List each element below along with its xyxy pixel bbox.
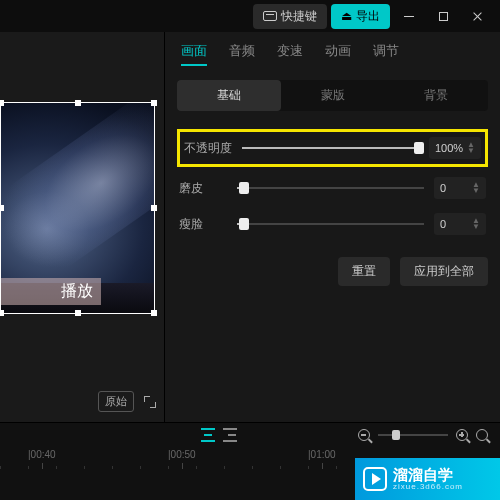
inspector-panel: 画面 音频 变速 动画 调节 基础 蒙版 背景 不透明度 100% ▲▼ 磨皮: [165, 32, 500, 422]
original-ratio-button[interactable]: 原始: [98, 391, 134, 412]
smooth-slider[interactable]: [237, 181, 424, 195]
resize-handle[interactable]: [0, 310, 4, 316]
zoom-in-icon[interactable]: [456, 429, 468, 441]
zoom-fit-icon[interactable]: [476, 429, 488, 441]
main-tabs: 画面 音频 变速 动画 调节: [177, 32, 488, 74]
sub-tabs: 基础 蒙版 背景: [177, 80, 488, 111]
export-button[interactable]: ⏏ 导出: [331, 4, 390, 29]
minimize-icon: [404, 16, 414, 17]
action-buttons: 重置 应用到全部: [177, 257, 488, 286]
tab-adjust[interactable]: 调节: [373, 42, 399, 66]
reset-button[interactable]: 重置: [338, 257, 390, 286]
preview-footer: 原始: [98, 391, 156, 412]
resize-handle[interactable]: [151, 100, 157, 106]
opacity-row: 不透明度 100% ▲▼: [177, 129, 488, 167]
resize-handle[interactable]: [0, 100, 4, 106]
minimize-button[interactable]: [394, 4, 424, 28]
ruler-tick: |00:50: [168, 449, 196, 460]
opacity-label: 不透明度: [184, 140, 232, 157]
align-center-icon[interactable]: [200, 428, 216, 442]
timeline-toolbar: [0, 423, 500, 447]
keyboard-icon: [263, 11, 277, 21]
resize-handle[interactable]: [75, 310, 81, 316]
tab-animation[interactable]: 动画: [325, 42, 351, 66]
opacity-slider[interactable]: [242, 141, 419, 155]
close-icon: [472, 11, 483, 22]
zoom-slider[interactable]: [378, 434, 448, 436]
apply-all-button[interactable]: 应用到全部: [400, 257, 488, 286]
align-right-icon[interactable]: [222, 428, 238, 442]
zoom-controls: [358, 429, 488, 441]
play-logo-icon: [363, 467, 387, 491]
resize-handle[interactable]: [151, 310, 157, 316]
title-bar: 快捷键 ⏏ 导出: [0, 0, 500, 32]
preview-stage[interactable]: 播放: [0, 102, 160, 327]
resize-handle[interactable]: [0, 205, 4, 211]
smooth-value[interactable]: 0 ▲▼: [434, 177, 486, 199]
shortcut-button[interactable]: 快捷键: [253, 4, 327, 29]
thin-slider[interactable]: [237, 217, 424, 231]
subtab-basic[interactable]: 基础: [177, 80, 281, 111]
thin-row: 瘦脸 0 ▲▼: [177, 213, 488, 235]
resize-handle[interactable]: [75, 100, 81, 106]
export-icon: ⏏: [341, 9, 352, 23]
thin-value[interactable]: 0 ▲▼: [434, 213, 486, 235]
stepper-icon[interactable]: ▲▼: [467, 142, 475, 154]
tab-audio[interactable]: 音频: [229, 42, 255, 66]
maximize-icon: [439, 12, 448, 21]
ruler-tick: |00:40: [28, 449, 56, 460]
preview-panel: 播放 原始: [0, 32, 165, 422]
watermark-brand: 溜溜自学: [393, 467, 463, 482]
main-area: 播放 原始 画面 音频 变速 动画 调节 基础 蒙版: [0, 32, 500, 422]
export-label: 导出: [356, 8, 380, 25]
zoom-out-icon[interactable]: [358, 429, 370, 441]
subtab-mask[interactable]: 蒙版: [281, 80, 385, 111]
smooth-row: 磨皮 0 ▲▼: [177, 177, 488, 199]
tab-speed[interactable]: 变速: [277, 42, 303, 66]
thin-label: 瘦脸: [179, 216, 227, 233]
clip-overlay-label: 播放: [1, 278, 101, 305]
shortcut-label: 快捷键: [281, 8, 317, 25]
maximize-button[interactable]: [428, 4, 458, 28]
watermark: 溜溜自学 zixue.3d66.com: [355, 458, 500, 500]
ruler-tick: |01:00: [308, 449, 336, 460]
stepper-icon[interactable]: ▲▼: [472, 182, 480, 194]
opacity-value[interactable]: 100% ▲▼: [429, 137, 481, 159]
clip-frame[interactable]: 播放: [0, 102, 155, 314]
stepper-icon[interactable]: ▲▼: [472, 218, 480, 230]
tab-picture[interactable]: 画面: [181, 42, 207, 66]
fullscreen-icon[interactable]: [144, 396, 156, 408]
watermark-url: zixue.3d66.com: [393, 482, 463, 491]
subtab-background[interactable]: 背景: [384, 80, 488, 111]
resize-handle[interactable]: [151, 205, 157, 211]
smooth-label: 磨皮: [179, 180, 227, 197]
close-button[interactable]: [462, 4, 492, 28]
